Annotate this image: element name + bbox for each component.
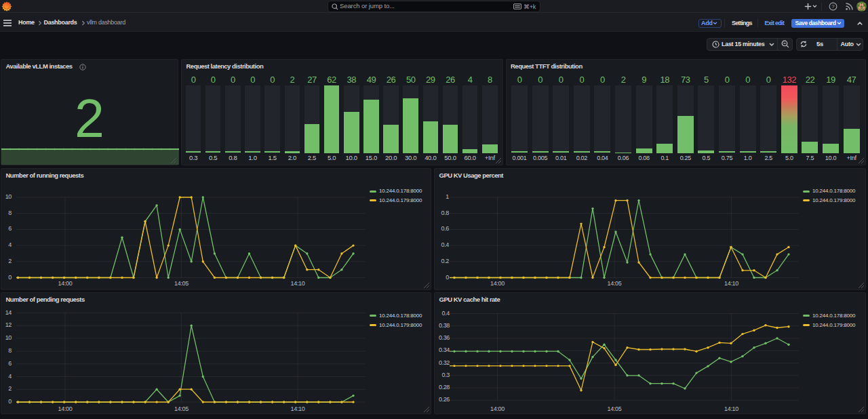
svg-text:?: ? <box>831 3 835 9</box>
